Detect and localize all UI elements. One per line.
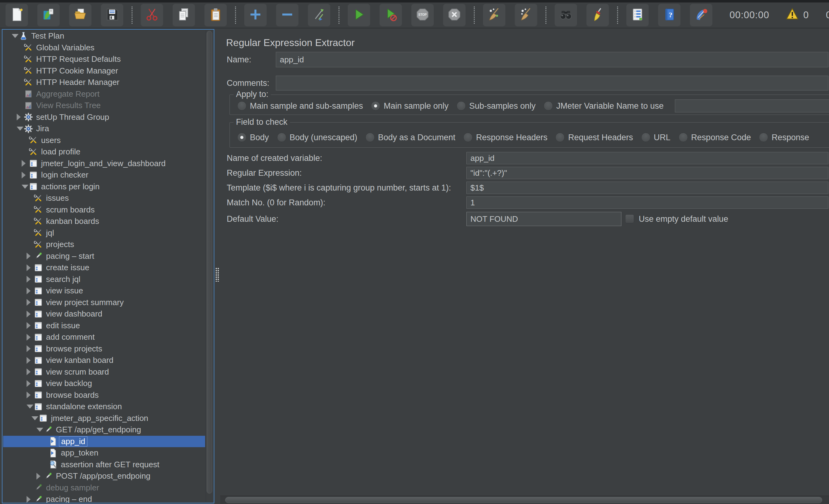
tree-item-view-kanban-board[interactable]: view kanban board bbox=[3, 355, 205, 366]
use-empty-default-checkbox[interactable] bbox=[625, 214, 634, 223]
tree-item-jira[interactable]: Jira bbox=[3, 123, 205, 135]
expand-arrow-icon[interactable] bbox=[27, 380, 33, 387]
search-reset-button[interactable] bbox=[586, 4, 609, 27]
tree-item-assertion-after-get-request[interactable]: assertion after GET request bbox=[3, 459, 205, 471]
paste-button[interactable] bbox=[204, 4, 227, 27]
expand-arrow-icon[interactable] bbox=[27, 345, 33, 352]
start-no-pauses-button[interactable] bbox=[379, 4, 402, 27]
expand-arrow-icon[interactable] bbox=[27, 299, 33, 306]
stop-button[interactable]: STOP bbox=[411, 4, 434, 27]
expand-arrow-icon[interactable] bbox=[27, 288, 33, 294]
tree-item-jmeter-login-and-view-dashboard[interactable]: jmeter_login_and_view_dashboard bbox=[3, 158, 205, 170]
expand-arrow-icon[interactable] bbox=[27, 322, 33, 329]
log-warnings[interactable]: 0 bbox=[786, 7, 808, 23]
tree-item-http-cookie-manager[interactable]: HTTP Cookie Manager bbox=[3, 65, 205, 77]
tree-item-search-jql[interactable]: search jql bbox=[3, 274, 205, 285]
tree-item-view-dashboard[interactable]: view dashboard bbox=[3, 308, 205, 320]
tree-item-pacing-start[interactable]: pacing – start bbox=[3, 250, 205, 262]
tree-item-test-plan[interactable]: Test Plan bbox=[3, 30, 205, 42]
copy-button[interactable] bbox=[172, 4, 195, 27]
tree-item-view-project-summary[interactable]: view project summary bbox=[3, 297, 205, 309]
clear-all-button[interactable] bbox=[514, 4, 537, 27]
tree-item-browse-projects[interactable]: browse projects bbox=[3, 343, 205, 355]
tree-item-projects[interactable]: projects bbox=[3, 239, 205, 250]
collapse-arrow-icon[interactable] bbox=[22, 185, 28, 189]
template-i-where-i-is-capturing-group-number-starts-at-1-input[interactable] bbox=[466, 182, 828, 194]
radio-response[interactable] bbox=[759, 133, 768, 142]
field-to-check-option-request-headers[interactable]: Request Headers bbox=[555, 133, 633, 142]
collapse-arrow-icon[interactable] bbox=[27, 404, 33, 408]
radio-body-selected[interactable] bbox=[237, 133, 247, 142]
tree-item-browse-boards[interactable]: browse boards bbox=[3, 389, 205, 401]
radio-response-code[interactable] bbox=[679, 133, 688, 142]
options-button[interactable] bbox=[690, 4, 713, 27]
collapse-arrow-icon[interactable] bbox=[36, 428, 43, 432]
tree-item-add-comment[interactable]: add comment bbox=[3, 331, 205, 343]
tree-item-debug-sampler[interactable]: debug sampler bbox=[3, 482, 205, 494]
tree-vertical-scrollbar-thumb[interactable] bbox=[207, 31, 212, 494]
cut-button[interactable] bbox=[141, 4, 164, 27]
expand-all-button[interactable] bbox=[244, 4, 267, 27]
search-button[interactable] bbox=[554, 4, 577, 27]
field-to-check-option-response-code[interactable]: Response Code bbox=[679, 133, 751, 142]
comments-input[interactable] bbox=[276, 76, 828, 91]
radio-jmeter-variable-name-to-use[interactable] bbox=[544, 101, 553, 111]
tree-item-app-token[interactable]: app_token bbox=[3, 447, 205, 459]
expand-arrow-icon[interactable] bbox=[22, 172, 28, 179]
expand-arrow-icon[interactable] bbox=[27, 496, 33, 503]
main-horizontal-scrollbar-thumb[interactable] bbox=[225, 497, 822, 503]
function-helper-button[interactable] bbox=[626, 4, 649, 27]
field-to-check-option-body[interactable]: Body bbox=[237, 133, 269, 142]
tree-item-http-header-manager[interactable]: HTTP Header Manager bbox=[3, 77, 205, 88]
radio-response-headers[interactable] bbox=[463, 133, 473, 142]
tree-item-create-issue[interactable]: create issue bbox=[3, 262, 205, 274]
tree-item-view-results-tree[interactable]: View Results Tree bbox=[3, 100, 205, 111]
apply-to-option-sub-samples-only[interactable]: Sub-samples only bbox=[457, 101, 536, 111]
field-to-check-option-body-unescaped[interactable]: Body (unescaped) bbox=[277, 133, 357, 142]
help-button[interactable]: ? bbox=[658, 4, 681, 27]
shutdown-button[interactable] bbox=[443, 4, 466, 27]
name-of-created-variable-input[interactable] bbox=[466, 152, 828, 164]
radio-body-as-a-document[interactable] bbox=[365, 133, 375, 142]
expand-arrow-icon[interactable] bbox=[27, 368, 33, 375]
split-pane-divider-handle[interactable] bbox=[215, 267, 219, 282]
start-button[interactable] bbox=[348, 4, 370, 27]
expand-arrow-icon[interactable] bbox=[22, 160, 28, 167]
new-button[interactable] bbox=[5, 4, 28, 27]
expand-arrow-icon[interactable] bbox=[27, 357, 33, 364]
expand-arrow-icon[interactable] bbox=[27, 311, 33, 318]
apply-to-option-main-sample-and-sub-samples[interactable]: Main sample and sub-samples bbox=[237, 101, 363, 111]
tree-item-aggregate-report[interactable]: Aggregate Report bbox=[3, 88, 205, 100]
collapse-arrow-icon[interactable] bbox=[17, 127, 24, 131]
tree-item-view-issue[interactable]: view issue bbox=[3, 285, 205, 297]
tree-item-view-scrum-board[interactable]: view scrum board bbox=[3, 366, 205, 378]
tree-item-post-app-post-endpoing[interactable]: POST /app/post_endpoing bbox=[3, 470, 205, 482]
tree-item-jql[interactable]: jql bbox=[3, 227, 205, 239]
radio-url[interactable] bbox=[641, 133, 650, 142]
tree-item-scrum-boards[interactable]: scrum boards bbox=[3, 204, 205, 216]
toggle-button[interactable] bbox=[308, 4, 330, 27]
expand-arrow-icon[interactable] bbox=[27, 276, 33, 283]
tree-item-actions-per-login[interactable]: actions per login bbox=[3, 181, 205, 193]
templates-button[interactable] bbox=[37, 4, 60, 27]
regular-expression-input[interactable] bbox=[466, 167, 828, 179]
expand-arrow-icon[interactable] bbox=[17, 114, 24, 120]
tree-item-standalone-extension[interactable]: standalone extension bbox=[3, 401, 205, 412]
default-value-input[interactable] bbox=[466, 212, 621, 226]
field-to-check-option-url[interactable]: URL bbox=[641, 133, 671, 142]
expand-arrow-icon[interactable] bbox=[27, 334, 33, 340]
tree-item-setup-thread-group[interactable]: setUp Thread Group bbox=[3, 111, 205, 123]
tree-item-global-variables[interactable]: Global Variables bbox=[3, 42, 205, 54]
tree-item-load-profile[interactable]: load profile bbox=[3, 146, 205, 158]
expand-arrow-icon[interactable] bbox=[27, 392, 33, 398]
radio-body-unescaped[interactable] bbox=[277, 133, 286, 142]
match-no-0-for-random-input[interactable] bbox=[466, 196, 828, 209]
collapse-arrow-icon[interactable] bbox=[32, 416, 38, 420]
jmeter-variable-name-input[interactable] bbox=[675, 100, 829, 112]
tree-item-login-checker[interactable]: login checker bbox=[3, 169, 205, 181]
tree-item-edit-issue[interactable]: edit issue bbox=[3, 320, 205, 332]
name-input[interactable] bbox=[276, 52, 828, 67]
collapse-all-button[interactable] bbox=[276, 4, 299, 27]
apply-to-option-main-sample-only[interactable]: Main sample only bbox=[371, 101, 448, 111]
field-to-check-option-body-as-a-document[interactable]: Body as a Document bbox=[365, 133, 456, 142]
